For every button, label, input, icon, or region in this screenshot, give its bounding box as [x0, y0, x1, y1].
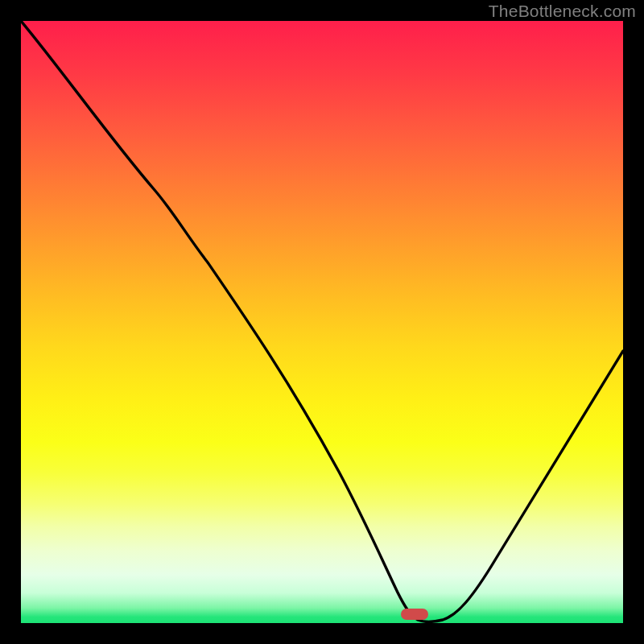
bottleneck-curve [21, 21, 623, 623]
optimum-marker [401, 609, 428, 620]
chart-frame: TheBottleneck.com [0, 0, 644, 644]
curve-path [21, 21, 623, 621]
plot-area [21, 21, 623, 623]
watermark-text: TheBottleneck.com [489, 2, 636, 21]
